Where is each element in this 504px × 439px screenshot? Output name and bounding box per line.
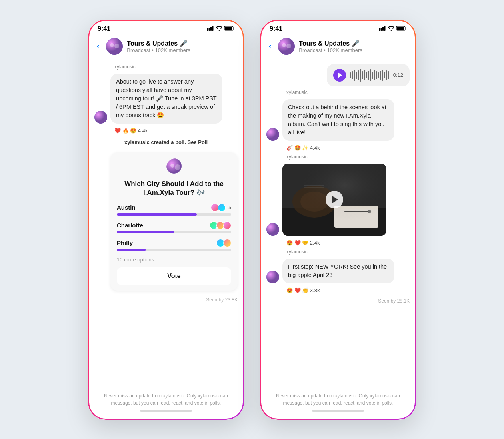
message-row-1: About to go live to answer any questions… (94, 74, 238, 124)
play-triangle-icon (338, 72, 342, 78)
message-bubble-r1: Check out a behind the scenes look at th… (282, 99, 394, 141)
battery-icon (224, 25, 234, 32)
svg-point-21 (286, 44, 291, 48)
sender-name-r2: xylamusic (266, 154, 410, 160)
bar-bg-austin (117, 213, 231, 216)
sender-name-r1: xylamusic (266, 90, 410, 95)
video-thumbnail (282, 164, 386, 236)
play-icon (332, 196, 338, 203)
option-avatars-philly (216, 239, 231, 247)
channel-sub-right: Broadcast • 102K members (299, 47, 410, 53)
wave-bar (388, 71, 389, 79)
wave-bar (382, 70, 383, 81)
audio-play-button[interactable] (333, 69, 346, 82)
wave-bar (368, 71, 369, 80)
wave-bar (364, 70, 365, 80)
wave-bar (370, 69, 371, 81)
poll-option-charlotte[interactable]: Charlotte (117, 221, 231, 233)
svg-rect-2 (210, 27, 212, 31)
option-name-charlotte: Charlotte (117, 222, 143, 229)
chat-header-right: ‹ Tours & Updates 🎤 Broadcast • 102K mem… (260, 35, 416, 59)
reactions-r1[interactable]: 🎸 🤩 ✨ 4.4k (266, 145, 410, 151)
channel-title-left: Tours & Updates 🎤 (127, 40, 238, 47)
video-play-button[interactable] (326, 191, 343, 208)
wave-bar (366, 72, 367, 78)
svg-rect-1 (209, 28, 210, 31)
poll-option-philly[interactable]: Philly (117, 239, 231, 251)
bar-fill-austin (117, 213, 197, 216)
more-options-text: 10 more options (117, 257, 231, 263)
svg-rect-0 (207, 28, 208, 31)
svg-rect-15 (382, 27, 384, 31)
back-button-left[interactable]: ‹ (94, 40, 102, 52)
chat-footer-left: Never miss an update from xylamusic. Onl… (88, 388, 244, 420)
mini-avatar-2 (218, 204, 226, 212)
bar-bg-philly (117, 249, 231, 251)
mini-avatar-7 (223, 239, 231, 247)
home-indicator-left (140, 410, 192, 412)
back-button-right[interactable]: ‹ (266, 40, 274, 52)
wifi-icon-right (388, 25, 394, 32)
reactions-r3[interactable]: 😍 ❤️ 👏 3.8k (266, 287, 410, 293)
svg-rect-14 (381, 28, 382, 31)
chat-header-left: ‹ Tours & Updates 🎤 Broadcast • 102K mem… (88, 35, 244, 59)
channel-title-right: Tours & Updates 🎤 (299, 40, 410, 47)
status-bar-right: 9:41 (260, 20, 416, 35)
wave-bar (384, 72, 385, 78)
wave-bar (360, 69, 361, 82)
signal-icon (207, 25, 214, 32)
bar-fill-charlotte (117, 231, 174, 233)
svg-point-6 (106, 38, 123, 55)
channel-info-left: Tours & Updates 🎤 Broadcast • 102K membe… (127, 40, 238, 53)
status-icons-left (207, 25, 234, 32)
sender-name-r3: xylamusic (266, 249, 410, 255)
video-message[interactable] (282, 164, 386, 236)
msg-avatar-r3 (266, 271, 279, 283)
vote-count-austin: 5 (228, 205, 231, 210)
battery-icon-right (396, 25, 406, 32)
svg-point-11 (170, 164, 174, 168)
poll-question: Which City Should I Add to the I.Am.Xyla… (117, 180, 231, 197)
home-indicator-right (312, 410, 364, 412)
wave-bar (354, 70, 355, 81)
svg-point-20 (282, 43, 286, 47)
message-row-r1: Check out a behind the scenes look at th… (266, 99, 410, 141)
svg-rect-18 (397, 27, 404, 30)
message-bubble-r3: First stop: NEW YORK! See you in the big… (282, 259, 394, 283)
poll-option-austin[interactable]: Austin 5 (117, 204, 231, 216)
svg-point-12 (175, 164, 180, 170)
wave-bar (374, 70, 375, 80)
vote-button[interactable]: Vote (117, 267, 231, 285)
wave-bar (362, 71, 363, 79)
audio-message[interactable]: 0:12 (327, 64, 410, 86)
svg-point-7 (110, 43, 114, 47)
reactions-r2[interactable]: 😍 ❤️ 🤝 2.4k (266, 240, 410, 246)
channel-avatar-right (278, 38, 295, 55)
channel-sub-left: Broadcast • 102K members (127, 47, 238, 53)
wave-bar (356, 72, 357, 79)
svg-point-19 (278, 38, 295, 55)
wave-bar (380, 71, 381, 80)
wave-bar (386, 70, 387, 80)
message-row-r2 (266, 164, 410, 236)
svg-point-22 (266, 128, 279, 141)
audio-duration: 0:12 (393, 72, 403, 78)
status-icons-right (379, 25, 406, 32)
chat-content-left: xylamusic About to go live to answer any… (88, 59, 244, 388)
channel-info-right: Tours & Updates 🎤 Broadcast • 102K membe… (299, 40, 410, 53)
msg-avatar-r1 (266, 128, 279, 141)
svg-rect-3 (212, 26, 214, 31)
svg-point-9 (94, 111, 107, 124)
seen-count-left: Seen by 23.8K (94, 295, 238, 304)
chat-footer-right: Never miss an update from xylamusic. Onl… (260, 388, 416, 420)
bar-bg-charlotte (117, 231, 231, 233)
svg-rect-16 (384, 26, 386, 31)
poll-body: Which City Should I Add to the I.Am.Xyla… (110, 175, 238, 291)
msg-avatar-r2 (266, 223, 279, 236)
wave-bar (350, 72, 351, 78)
reactions-1[interactable]: ❤️ 🔥 😍 4.4k (94, 128, 238, 134)
time-right: 9:41 (270, 25, 282, 32)
svg-point-23 (266, 223, 279, 236)
seen-count-right: Seen by 28.1K (266, 297, 410, 305)
see-poll-link[interactable]: See Poll (187, 139, 208, 145)
